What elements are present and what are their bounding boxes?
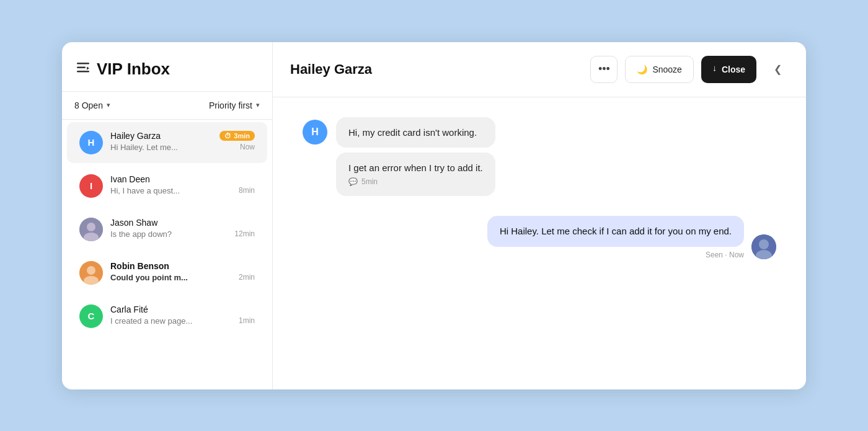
list-item[interactable]: C Carla Fité I created a new page... 1mi… [67,296,267,337]
priority-time: 3min [234,132,250,140]
conv-name: Carla Fité [110,304,148,314]
conv-preview: Is the app down? [110,229,172,239]
conv-preview: Hi, I have a quest... [110,186,180,195]
message-row: H Hi, my credit card isn't working. I ge… [303,117,776,197]
message-text: Hi, my credit card isn't working. [348,127,477,138]
sidebar-filters: 8 Open ▾ Priority first ▾ [62,92,272,120]
conv-content: Ivan Deen Hi, I have a quest... 8min [110,174,255,195]
message-bubble: Hi Hailey. Let me check if I can add it … [487,216,744,247]
conv-top: Carla Fité [110,304,255,314]
svg-rect-1 [77,66,86,68]
close-icon: ↑ [712,64,717,74]
chat-messages: H Hi, my credit card isn't working. I ge… [273,97,806,389]
conv-time: 12min [234,229,255,238]
list-item[interactable]: H Hailey Garza ⏱ 3min Hi Hailey. Let me.… [67,122,267,163]
svg-marker-3 [87,66,89,69]
svg-rect-2 [77,71,89,73]
conv-time: 1min [239,316,255,325]
conv-time: 2min [239,273,255,282]
menu-icon[interactable] [77,63,89,76]
sidebar-header: VIP Inbox [62,42,272,92]
sidebar: VIP Inbox 8 Open ▾ Priority first ▾ H Ha… [62,42,273,389]
message-row: Hi Hailey. Let me check if I can add it … [303,216,776,259]
chat-header: Hailey Garza ••• 🌙 Snooze ↑ Close ❮ [273,42,806,97]
conv-name: Robin Benson [110,261,169,271]
close-button[interactable]: ↑ Close [701,56,756,83]
outgoing-content: Hi Hailey. Let me check if I can add it … [487,216,744,259]
avatar: C [79,304,103,328]
priority-badge: ⏱ 3min [219,131,255,141]
avatar: H [79,131,103,154]
message-time: 5min [361,177,378,187]
message-meta: 💬 5min [348,177,483,187]
conv-content: Hailey Garza ⏱ 3min Hi Hailey. Let me...… [110,131,255,152]
conv-preview: I created a new page... [110,316,192,326]
message-bubble: Hi, my credit card isn't working. [336,117,495,148]
message-text: I get an error when I try to add it. [348,162,483,173]
conv-top: Ivan Deen [110,174,255,184]
message-meta: Seen · Now [487,251,744,259]
svg-point-8 [87,266,95,275]
svg-point-11 [759,239,769,249]
agent-avatar [751,234,776,259]
list-item[interactable]: I Ivan Deen Hi, I have a quest... 8min [67,166,267,207]
conv-name: Hailey Garza [110,131,161,141]
app-container: VIP Inbox 8 Open ▾ Priority first ▾ H Ha… [62,42,806,389]
conv-content: Jason Shaw Is the app down? 12min [110,218,255,239]
conv-time: 8min [239,186,255,195]
chat-bubble-icon: 💬 [348,177,358,187]
chat-contact-name: Hailey Garza [290,61,583,78]
collapse-icon: ❮ [774,63,782,75]
open-filter-label: 8 Open [74,100,103,110]
conversation-list: H Hailey Garza ⏱ 3min Hi Hailey. Let me.… [62,120,272,389]
conv-content: Robin Benson Could you point m... 2min [110,261,255,282]
seen-status: Seen · Now [706,251,744,259]
priority-icon: ⏱ [224,132,231,140]
conv-content: Carla Fité I created a new page... 1min [110,304,255,326]
message-bubble: I get an error when I try to add it. 💬 5… [336,153,495,196]
conv-time: Now [240,143,255,151]
priority-filter-button[interactable]: Priority first ▾ [209,100,260,110]
avatar: I [79,174,103,198]
conv-top: Hailey Garza ⏱ 3min [110,131,255,141]
conv-top: Jason Shaw [110,218,255,228]
snooze-icon: 🌙 [637,64,647,74]
list-item[interactable]: Jason Shaw Is the app down? 12min [67,209,267,250]
close-label: Close [722,64,745,74]
snooze-button[interactable]: 🌙 Snooze [625,56,693,83]
conv-preview: Could you point m... [110,273,188,282]
priority-filter-chevron: ▾ [256,101,260,109]
conv-preview: Hi Hailey. Let me... [110,143,178,152]
avatar [79,218,103,241]
svg-point-5 [87,223,95,231]
svg-rect-0 [77,63,89,64]
snooze-label: Snooze [652,64,681,74]
chat-panel: Hailey Garza ••• 🌙 Snooze ↑ Close ❮ H [273,42,806,389]
conv-name: Ivan Deen [110,174,150,184]
avatar: H [303,120,327,144]
avatar [79,261,103,285]
more-options-button[interactable]: ••• [590,56,618,83]
conv-name: Jason Shaw [110,218,157,228]
message-text: Hi Hailey. Let me check if I can add it … [500,226,732,236]
priority-filter-label: Priority first [209,100,252,110]
collapse-panel-button[interactable]: ❮ [766,58,789,81]
open-filter-chevron: ▾ [107,101,110,109]
sidebar-title: VIP Inbox [97,60,170,79]
more-options-icon: ••• [598,63,610,76]
message-bubble-group: Hi, my credit card isn't working. I get … [336,117,495,197]
list-item[interactable]: Robin Benson Could you point m... 2min [67,252,267,293]
open-filter-button[interactable]: 8 Open ▾ [74,100,110,110]
conv-top: Robin Benson [110,261,255,271]
